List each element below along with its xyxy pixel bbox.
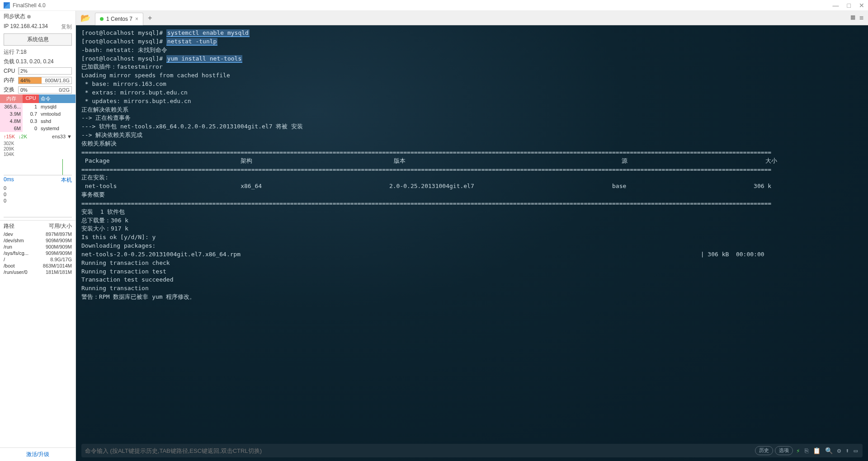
tab-close-button[interactable]: × [135,16,138,22]
process-table-header: 内存 CPU 命令 [0,94,75,103]
window-title: FinalShell 4.0 [13,2,833,9]
disk-row[interactable]: /run900M/909M [0,244,75,250]
tab-active[interactable]: 1 Centos 7 × [95,13,143,25]
col-cpu[interactable]: CPU [23,94,39,103]
sidebar: 同步状态 IP 192.168.42.134 复制 系统信息 运行 7:18 负… [0,11,76,461]
swap-value: 0/2G [59,87,70,93]
net-upload: ↑15K [4,134,15,139]
menu-icon[interactable] [859,14,863,22]
content-area: 📂 1 Centos 7 × + [root@localhost mysql]#… [76,11,868,461]
latency-ms: 0ms [4,176,14,184]
mem-value: 800M/1.8G [45,77,70,84]
command-input-bar: 历史 选项 ⚡ ⎘ 📋 🔍 ⚙ ⬆ ▭ [81,444,863,457]
terminal[interactable]: [root@localhost mysql]# systemctl enable… [76,25,868,461]
titlebar: FinalShell 4.0 — □ ✕ [0,0,868,11]
add-tab-button[interactable]: + [143,14,156,22]
stat-zero: 0 [0,185,75,191]
activate-upgrade-button[interactable]: 激活/升级 [0,447,75,461]
uptime: 运行 7:18 [0,47,75,57]
copy-icon[interactable]: ⎘ [803,446,810,455]
mem-label: 内存 [4,76,16,84]
copy-ip-button[interactable]: 复制 [61,23,72,31]
folder-icon[interactable]: 📂 [76,13,95,23]
sync-dot-icon [27,15,31,19]
status-dot-icon [100,17,104,21]
process-row[interactable]: 4.8M0.3sshd [0,118,75,125]
latency-chart [4,204,72,217]
close-button[interactable]: ✕ [859,2,864,9]
bolt-icon[interactable]: ⚡ [795,446,801,455]
cpu-metric: CPU 2% [0,66,75,75]
mem-percent: 44% [20,77,30,84]
process-row[interactable]: 365.6...1mysqld [0,103,75,110]
col-path[interactable]: 路径 [4,222,49,230]
network-stats: ↑15K ↓2K ens33 ▼ [0,132,75,141]
swap-metric: 交换 0%0/2G [0,85,75,94]
options-button[interactable]: 选项 [775,446,793,455]
load-avg: 负载 0.13, 0.20, 0.24 [0,57,75,66]
disk-row[interactable]: /boot863M/1014M [0,263,75,269]
layout-grid-icon[interactable] [850,14,857,20]
disk-row[interactable]: /run/user/0181M/181M [0,269,75,275]
chart-scale: 302K [0,141,75,146]
maximize-button[interactable]: □ [847,2,851,9]
disk-row[interactable]: /sys/fs/cg...909M/909M [0,250,75,256]
cpu-label: CPU [4,68,16,74]
chart-scale: 104K [0,152,75,157]
stat-zero: 0 [0,198,75,204]
swap-label: 交换 [4,86,16,94]
ip-address: IP 192.168.42.134 [4,23,48,31]
disk-row[interactable]: /dev897M/897M [0,231,75,237]
sync-status: 同步状态 [0,11,75,22]
disk-row[interactable]: /dev/shm909M/909M [0,237,75,244]
process-row[interactable]: 6M0systemd [0,125,75,132]
disk-row[interactable]: /8.9G/17G [0,256,75,263]
minimize-button[interactable]: — [833,2,839,9]
window-controls: — □ ✕ [833,2,864,9]
process-row[interactable]: 3.9M0.7vmtoolsd [0,110,75,118]
tab-label: 1 Centos 7 [106,16,132,22]
net-download: ↓2K [19,134,27,139]
command-input[interactable] [85,447,755,454]
tab-bar: 📂 1 Centos 7 × + [76,11,868,25]
search-icon[interactable]: 🔍 [824,446,834,455]
system-info-button[interactable]: 系统信息 [4,33,72,46]
sync-label: 同步状态 [4,13,25,20]
interface-select[interactable]: ens33 ▼ [52,134,72,139]
col-mem[interactable]: 内存 [0,94,23,103]
col-size[interactable]: 可用/大小 [49,222,72,230]
settings-icon[interactable]: ⚙ [836,446,842,455]
upload-icon[interactable]: ⬆ [844,446,850,455]
memory-metric: 内存 44%800M/1.8G [0,75,75,85]
paste-icon[interactable]: 📋 [811,446,822,455]
swap-percent: 0% [20,87,28,93]
fullscreen-icon[interactable]: ▭ [853,446,859,455]
latency-host[interactable]: 本机 [61,176,72,184]
col-cmd[interactable]: 命令 [39,94,75,103]
chart-scale: 209K [0,146,75,152]
disk-table-header: 路径 可用/大小 [0,220,75,231]
history-button[interactable]: 历史 [755,446,773,455]
app-logo-icon [4,2,10,9]
cpu-percent: 2% [20,68,28,74]
network-chart [4,157,72,175]
stat-zero: 0 [0,191,75,198]
